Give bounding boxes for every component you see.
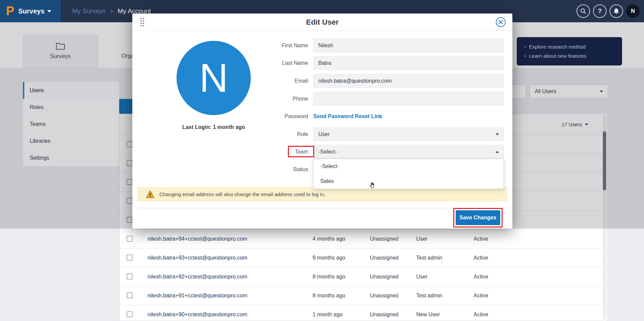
- warning-text: Changing email address will also change …: [159, 191, 325, 197]
- user-email-link[interactable]: nilesh.batra+91+cctest@questionpro.com: [147, 286, 247, 305]
- row-checkbox[interactable]: [127, 236, 133, 242]
- avatar-initial: N: [199, 55, 228, 101]
- app-screen: P Surveys My Surveys › My Account ? N: [0, 0, 644, 321]
- last-login-cell: 8 months ago: [313, 286, 345, 305]
- product-menu-label: Surveys: [18, 7, 51, 15]
- team-label: Team: [227, 145, 308, 159]
- user-email-link[interactable]: nilesh.batra+93+cctest@questionpro.com: [147, 248, 247, 267]
- status-cell: Active: [474, 286, 488, 305]
- footer-divider: [137, 208, 507, 208]
- question-mark-icon: ?: [598, 8, 602, 15]
- phone-field[interactable]: [313, 92, 504, 106]
- row-checkbox[interactable]: [127, 292, 133, 298]
- chevron-down-icon: [47, 10, 51, 12]
- last-login-cell: 4 months ago: [313, 230, 345, 248]
- row-checkbox[interactable]: [127, 273, 133, 279]
- role-cell: Test admin: [416, 286, 442, 305]
- search-icon: [580, 8, 586, 14]
- navbar-icons: ? N: [576, 4, 644, 18]
- edit-user-modal: Edit User N Last Login: 1 month ago Firs…: [132, 14, 512, 229]
- team-select-value: -Select-: [318, 149, 337, 155]
- warning-icon: [146, 190, 155, 198]
- last-name-field[interactable]: Batra: [313, 56, 504, 70]
- product-menu-text: Surveys: [18, 7, 45, 15]
- user-email-link[interactable]: nilesh.batra+94+cctest@questionpro.com: [147, 230, 247, 248]
- email-field[interactable]: nilesh.batra@questionpro.com: [313, 74, 504, 88]
- role-cell: Test admin: [416, 248, 442, 267]
- status-cell: Active: [474, 248, 488, 267]
- role-select-value: User: [318, 131, 330, 137]
- bell-icon: [613, 8, 619, 15]
- user-avatar-menu[interactable]: N: [626, 4, 640, 18]
- send-password-reset-link[interactable]: Send Password Reset Link: [313, 109, 382, 123]
- breadcrumb-separator: ›: [110, 7, 113, 15]
- first-name-label: First Name: [227, 38, 308, 52]
- role-cell: User: [416, 230, 428, 248]
- row-checkbox[interactable]: [127, 311, 133, 317]
- save-changes-button[interactable]: Save Changes: [456, 210, 500, 225]
- last-login-cell: 9 months ago: [313, 248, 345, 267]
- group-cell: Unassigned: [370, 230, 399, 248]
- warning-banner: Changing email address will also change …: [137, 187, 507, 202]
- team-option-sales[interactable]: Sales: [314, 174, 504, 189]
- modal-header: Edit User: [132, 14, 512, 31]
- last-login-cell: 8 months ago: [313, 267, 345, 286]
- status-cell: Active: [474, 267, 488, 286]
- breadcrumb-my-surveys[interactable]: My Surveys: [72, 7, 106, 15]
- row-checkbox[interactable]: [127, 255, 133, 261]
- last-login-cell: 1 month ago: [313, 305, 343, 321]
- close-button[interactable]: [496, 17, 506, 27]
- status-cell: Active: [474, 230, 488, 248]
- user-email-link[interactable]: nilesh.batra+92+cctest@questionpro.com: [147, 267, 247, 286]
- group-cell: Unassigned: [370, 286, 399, 305]
- password-label: Password: [227, 109, 308, 123]
- chevron-up-icon: [495, 151, 499, 153]
- close-icon: [499, 20, 503, 24]
- modal-title: Edit User: [132, 14, 512, 31]
- status-cell: Active: [474, 305, 488, 321]
- first-name-field[interactable]: Nilesh: [313, 38, 504, 52]
- questionpro-logo-icon: P: [6, 5, 14, 17]
- notifications-button[interactable]: [610, 4, 623, 18]
- role-cell: User: [416, 267, 428, 286]
- role-select[interactable]: User: [313, 127, 504, 141]
- team-select[interactable]: -Select-: [313, 145, 504, 159]
- role-label: Role: [227, 127, 308, 141]
- table-row: nilesh.batra+90+cctest@questionpro.com 1…: [119, 305, 607, 321]
- phone-label: Phone: [227, 92, 308, 106]
- team-option-select[interactable]: -Select-: [314, 159, 504, 174]
- email-label: Email: [227, 74, 308, 88]
- drag-handle-icon[interactable]: [140, 18, 144, 26]
- status-label: Status: [227, 162, 308, 176]
- team-dropdown-menu: -Select- Sales: [313, 159, 504, 189]
- group-cell: Unassigned: [370, 248, 399, 267]
- avatar-initial: N: [631, 8, 635, 14]
- table-row: nilesh.batra+92+cctest@questionpro.com 8…: [119, 267, 607, 286]
- mouse-cursor-icon: [369, 182, 376, 191]
- user-email-link[interactable]: nilesh.batra+90+cctest@questionpro.com: [147, 305, 247, 321]
- product-menu[interactable]: P Surveys: [0, 0, 61, 22]
- last-name-label: Last Name: [227, 56, 308, 70]
- role-cell: New User: [416, 305, 440, 321]
- group-cell: Unassigned: [370, 305, 399, 321]
- search-button[interactable]: [576, 4, 590, 18]
- group-cell: Unassigned: [370, 267, 399, 286]
- table-row: nilesh.batra+91+cctest@questionpro.com 8…: [119, 286, 607, 305]
- table-row: nilesh.batra+94+cctest@questionpro.com 4…: [119, 229, 607, 248]
- table-row: nilesh.batra+93+cctest@questionpro.com 9…: [119, 248, 607, 267]
- help-button[interactable]: ?: [593, 4, 607, 18]
- chevron-down-icon: [495, 133, 499, 135]
